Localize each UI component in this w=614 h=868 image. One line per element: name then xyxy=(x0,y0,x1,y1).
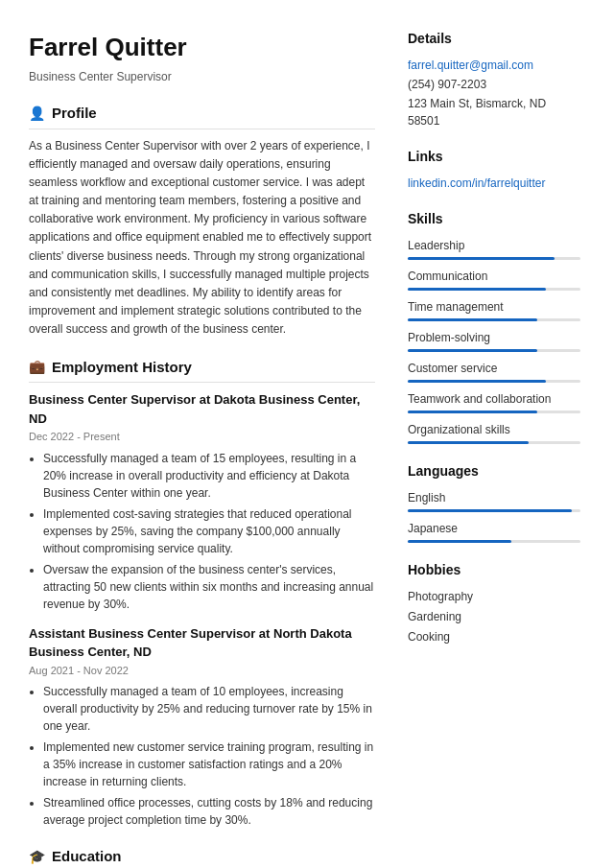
details-email[interactable]: farrel.quitter@gmail.com xyxy=(408,57,580,74)
skill-item: Customer service xyxy=(408,360,580,383)
jobs-list: Business Center Supervisor at Dakota Bus… xyxy=(29,390,375,829)
employment-icon: 💼 xyxy=(29,357,45,377)
candidate-name: Farrel Quitter xyxy=(29,29,375,66)
job-item: Business Center Supervisor at Dakota Bus… xyxy=(29,390,375,613)
language-item: English xyxy=(408,489,580,512)
job-date: Dec 2022 - Present xyxy=(29,429,375,445)
skill-item: Teamwork and collaboration xyxy=(408,390,580,413)
skill-bar-bg xyxy=(408,257,580,260)
job-bullet: Streamlined office processes, cutting co… xyxy=(43,794,375,829)
job-bullet: Successfully managed a team of 15 employ… xyxy=(43,450,375,502)
job-bullets: Successfully managed a team of 10 employ… xyxy=(43,683,375,829)
header-section: Farrel Quitter Business Center Superviso… xyxy=(29,29,375,85)
skill-bar-bg xyxy=(408,349,580,352)
profile-text: As a Business Center Supervisor with ove… xyxy=(29,137,375,340)
details-phone: (254) 907-2203 xyxy=(408,76,580,93)
skill-bar-bg xyxy=(408,411,580,413)
employment-section: 💼 Employment History Business Center Sup… xyxy=(29,357,375,830)
language-bar-fill xyxy=(408,540,511,543)
job-title: Business Center Supervisor at Dakota Bus… xyxy=(29,390,375,428)
details-title: Details xyxy=(408,29,580,49)
skill-bar-bg xyxy=(408,380,580,383)
candidate-title: Business Center Supervisor xyxy=(29,68,375,85)
job-bullets: Successfully managed a team of 15 employ… xyxy=(43,450,375,613)
links-section: Links linkedin.com/in/farrelquitter xyxy=(408,147,580,192)
left-column: Farrel Quitter Business Center Superviso… xyxy=(0,0,398,868)
education-section: 🎓 Education Bachelor of Business Adminis… xyxy=(29,846,375,868)
job-bullet: Oversaw the expansion of the business ce… xyxy=(43,561,375,613)
skill-label: Teamwork and collaboration xyxy=(408,390,580,408)
skill-item: Time management xyxy=(408,298,580,321)
language-bar-bg xyxy=(408,540,580,543)
profile-section: 👤 Profile As a Business Center Superviso… xyxy=(29,103,375,340)
hobby-item: Cooking xyxy=(408,628,580,645)
skill-item: Leadership xyxy=(408,237,580,260)
skills-list: LeadershipCommunicationTime managementPr… xyxy=(408,237,580,444)
skills-title: Skills xyxy=(408,209,580,229)
languages-title: Languages xyxy=(408,461,580,481)
job-title: Assistant Business Center Supervisor at … xyxy=(29,624,375,662)
skill-item: Problem-solving xyxy=(408,329,580,352)
skill-bar-fill xyxy=(408,411,537,413)
hobbies-section: Hobbies PhotographyGardeningCooking xyxy=(408,560,580,645)
skill-bar-bg xyxy=(408,318,580,321)
job-bullet: Implemented new customer service trainin… xyxy=(43,739,375,790)
language-bar-bg xyxy=(408,509,580,512)
skills-section: Skills LeadershipCommunicationTime manag… xyxy=(408,209,580,444)
details-section: Details farrel.quitter@gmail.com (254) 9… xyxy=(408,29,580,129)
skill-label: Communication xyxy=(408,268,580,285)
profile-icon: 👤 xyxy=(29,104,45,124)
language-label: Japanese xyxy=(408,520,580,537)
hobby-item: Photography xyxy=(408,588,580,605)
resume-page: Farrel Quitter Business Center Superviso… xyxy=(0,0,614,868)
skill-label: Problem-solving xyxy=(408,329,580,346)
education-title: 🎓 Education xyxy=(29,846,375,868)
skill-bar-fill xyxy=(408,288,546,291)
job-bullet: Implemented cost-saving strategies that … xyxy=(43,505,375,557)
job-bullet: Successfully managed a team of 10 employ… xyxy=(43,683,375,735)
skill-item: Organizational skills xyxy=(408,421,580,444)
links-title: Links xyxy=(408,147,580,167)
right-column: Details farrel.quitter@gmail.com (254) 9… xyxy=(398,0,600,868)
hobbies-title: Hobbies xyxy=(408,560,580,580)
skill-label: Organizational skills xyxy=(408,421,580,438)
skill-bar-bg xyxy=(408,441,580,444)
skill-label: Time management xyxy=(408,298,580,316)
details-address: 123 Main St, Bismarck, ND 58501 xyxy=(408,95,580,129)
education-icon: 🎓 xyxy=(29,847,45,867)
skill-bar-fill xyxy=(408,380,546,383)
skill-bar-fill xyxy=(408,349,537,352)
links-linkedin[interactable]: linkedin.com/in/farrelquitter xyxy=(408,175,580,192)
employment-title: 💼 Employment History xyxy=(29,357,375,384)
language-bar-fill xyxy=(408,509,572,512)
languages-list: EnglishJapanese xyxy=(408,489,580,543)
job-date: Aug 2021 - Nov 2022 xyxy=(29,663,375,679)
job-item: Assistant Business Center Supervisor at … xyxy=(29,624,375,830)
skill-label: Leadership xyxy=(408,237,580,254)
profile-title: 👤 Profile xyxy=(29,103,375,129)
language-label: English xyxy=(408,489,580,506)
languages-section: Languages EnglishJapanese xyxy=(408,461,580,543)
skill-bar-fill xyxy=(408,441,529,444)
skill-bar-bg xyxy=(408,288,580,291)
skill-item: Communication xyxy=(408,268,580,291)
skill-bar-fill xyxy=(408,318,537,321)
skill-label: Customer service xyxy=(408,360,580,377)
hobbies-list: PhotographyGardeningCooking xyxy=(408,588,580,645)
hobby-item: Gardening xyxy=(408,608,580,625)
skill-bar-fill xyxy=(408,257,555,260)
language-item: Japanese xyxy=(408,520,580,543)
